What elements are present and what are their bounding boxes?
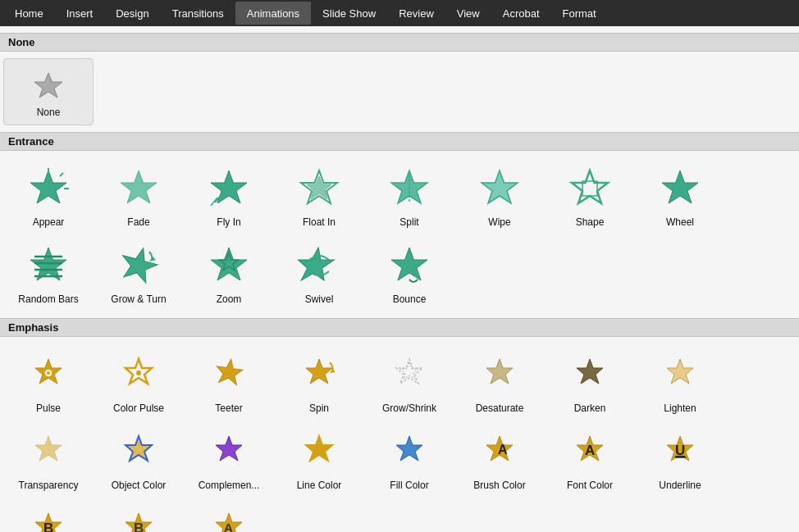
anim-zoom[interactable]: Zoom: [184, 234, 274, 311]
split-icon: [385, 164, 434, 213]
zoom-label: Zoom: [217, 293, 242, 305]
svg-marker-42: [35, 436, 62, 461]
wave-icon: A: [204, 504, 253, 532]
brushcolor-icon: A: [475, 427, 524, 476]
fillcolor-icon: [385, 427, 434, 476]
anim-brushcolor[interactable]: A Brush Color: [454, 421, 545, 498]
menu-slideshow[interactable]: Slide Show: [311, 2, 387, 25]
objectcolor-icon: [114, 427, 163, 476]
colorpulse-label: Color Pulse: [113, 402, 164, 414]
anim-wheel[interactable]: Wheel: [635, 157, 725, 234]
anim-transparency[interactable]: Transparency: [3, 421, 94, 498]
section-header-emphasis: Emphasis: [0, 318, 799, 337]
menu-acrobat[interactable]: Acrobat: [491, 2, 551, 25]
anim-fade[interactable]: Fade: [94, 157, 184, 234]
pulse-label: Pulse: [36, 402, 61, 414]
shape-icon: [565, 164, 614, 213]
anim-split[interactable]: Split: [364, 157, 454, 234]
fade-icon: [114, 164, 163, 213]
anim-pulse[interactable]: Pulse: [3, 343, 94, 421]
anim-teeter[interactable]: Teeter: [184, 343, 274, 421]
menu-format[interactable]: Format: [551, 2, 608, 25]
anim-none[interactable]: None: [3, 58, 94, 125]
menu-review[interactable]: Review: [387, 2, 445, 25]
svg-marker-23: [149, 257, 156, 261]
svg-marker-22: [117, 243, 161, 284]
anim-spin[interactable]: Spin: [274, 343, 364, 421]
anim-swivel[interactable]: Swivel: [274, 234, 364, 311]
anim-underline[interactable]: U Underline: [635, 421, 725, 498]
anim-linecolor[interactable]: Line Color: [274, 421, 364, 498]
fontcolor-label: Font Color: [567, 480, 613, 491]
section-header-none: None: [0, 33, 799, 52]
randombars-label: Random Bars: [18, 293, 78, 305]
anim-complementary[interactable]: Complemen...: [184, 421, 274, 498]
svg-marker-28: [391, 248, 427, 280]
floatin-icon: [294, 164, 344, 213]
desaturate-icon: [475, 350, 524, 399]
anim-fontcolor[interactable]: A Font Color: [545, 421, 635, 498]
anim-floatin[interactable]: Float In: [274, 157, 364, 234]
svg-marker-0: [34, 73, 62, 98]
anim-flyin[interactable]: Fly In: [184, 157, 274, 234]
anim-shape[interactable]: Shape: [545, 157, 635, 234]
complementary-label: Complemen...: [199, 480, 260, 491]
transparency-label: Transparency: [19, 480, 79, 491]
wheel-label: Wheel: [666, 216, 694, 228]
anim-lighten[interactable]: Lighten: [635, 343, 725, 421]
flyin-label: Fly In: [217, 216, 240, 228]
menu-view[interactable]: View: [445, 2, 491, 25]
menu-home[interactable]: Home: [3, 2, 55, 25]
darken-icon: [565, 350, 614, 399]
anim-boldflash[interactable]: B Bold Flash: [3, 498, 94, 532]
anim-desaturate[interactable]: Desaturate: [454, 343, 545, 421]
fade-label: Fade: [127, 216, 149, 228]
svg-marker-41: [667, 359, 693, 384]
fillcolor-label: Fill Color: [390, 480, 428, 491]
anim-boldreveal[interactable]: B Bold Reveal: [94, 498, 184, 532]
svg-text:B: B: [43, 521, 53, 532]
svg-marker-46: [306, 436, 332, 461]
fontcolor-icon: A: [565, 427, 614, 476]
anim-bounce[interactable]: Bounce: [364, 234, 454, 311]
anim-wipe[interactable]: Wipe: [454, 157, 545, 234]
wipe-icon: [475, 164, 524, 213]
teeter-label: Teeter: [215, 402, 242, 414]
boldreveal-icon: B: [114, 504, 163, 532]
bounce-label: Bounce: [393, 293, 427, 305]
menu-animations[interactable]: Animations: [235, 2, 311, 25]
svg-marker-13: [482, 171, 518, 203]
svg-text:U: U: [675, 443, 685, 458]
linecolor-icon: [294, 427, 344, 476]
anim-randombars[interactable]: Random Bars: [3, 234, 94, 311]
svg-line-3: [60, 173, 63, 176]
growturn-icon: [114, 241, 163, 290]
anim-growshrink[interactable]: Grow/Shrink: [364, 343, 454, 421]
floatin-label: Float In: [303, 216, 336, 228]
svg-marker-16: [662, 171, 698, 203]
growshrink-label: Grow/Shrink: [382, 402, 436, 414]
colorpulse-icon: [114, 350, 163, 399]
svg-text:A: A: [224, 521, 233, 532]
swivel-icon: [294, 241, 344, 290]
anim-fillcolor[interactable]: Fill Color: [364, 421, 454, 498]
none-section: None: [0, 52, 799, 132]
appear-icon: [24, 164, 73, 213]
svg-text:B: B: [134, 521, 144, 532]
anim-appear[interactable]: Appear: [3, 157, 94, 234]
anim-wave[interactable]: A Wave: [184, 498, 274, 532]
anim-darken[interactable]: Darken: [545, 343, 635, 421]
shape-label: Shape: [576, 216, 605, 228]
anim-growturn[interactable]: Grow & Turn: [94, 234, 184, 311]
zoom-icon: [204, 241, 253, 290]
svg-marker-35: [306, 359, 332, 384]
anim-objectcolor[interactable]: Object Color: [94, 421, 184, 498]
svg-text:A: A: [498, 443, 508, 457]
svg-point-33: [136, 371, 141, 375]
svg-point-31: [47, 371, 50, 375]
anim-colorpulse[interactable]: Color Pulse: [94, 343, 184, 421]
menu-transitions[interactable]: Transitions: [161, 2, 235, 25]
menu-insert[interactable]: Insert: [55, 2, 105, 25]
wheel-icon: [655, 164, 705, 213]
menu-design[interactable]: Design: [104, 2, 160, 25]
